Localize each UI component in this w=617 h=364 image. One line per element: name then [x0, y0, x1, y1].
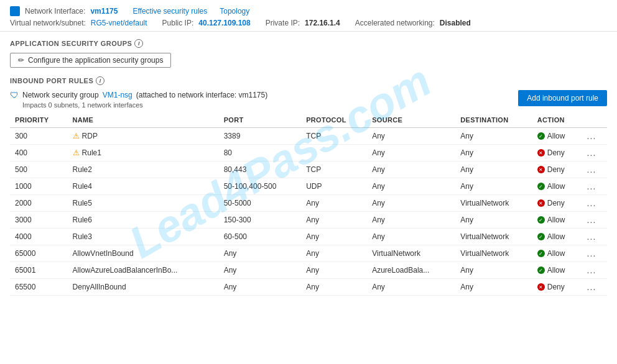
table-row[interactable]: 65000 AllowVnetInBound Any Any VirtualNe… [10, 245, 607, 262]
cell-action: ✕ Deny [532, 162, 582, 178]
network-interface-value: vm1175 [90, 7, 118, 16]
cell-priority: 65500 [10, 279, 68, 296]
cell-name: AllowAzureLoadBalancerInBo... [68, 262, 219, 279]
nsg-prefix: Network security group [22, 91, 99, 99]
cell-more[interactable]: ... [582, 245, 607, 262]
main-content: APPLICATION SECURITY GROUPS i ✏ Configur… [0, 32, 617, 303]
more-options-button[interactable]: ... [587, 181, 596, 191]
effective-security-rules-link[interactable]: Effective security rules [132, 7, 207, 16]
cell-more[interactable]: ... [582, 262, 607, 279]
inbound-info-icon[interactable]: i [96, 76, 104, 85]
allow-icon: ✓ [537, 266, 545, 274]
cell-action: ✕ Deny [532, 279, 582, 296]
cell-port: Any [219, 279, 302, 296]
table-row[interactable]: 65500 DenyAllInBound Any Any Any Any ✕ D… [10, 279, 607, 296]
col-destination: DESTINATION [455, 112, 532, 128]
cell-priority: 4000 [10, 229, 68, 245]
cell-port: 80 [219, 145, 302, 162]
more-options-button[interactable]: ... [587, 282, 596, 292]
cell-action: ✓ Allow [532, 229, 582, 245]
cell-more[interactable]: ... [582, 195, 607, 212]
asg-info-icon[interactable]: i [134, 39, 143, 48]
cell-action: ✕ Deny [532, 145, 582, 162]
action-text: Deny [547, 283, 565, 291]
warning-icon: ⚠ [73, 132, 80, 140]
action-text: Deny [547, 165, 565, 174]
more-options-button[interactable]: ... [587, 198, 596, 208]
more-options-button[interactable]: ... [587, 248, 596, 258]
table-row[interactable]: 500 Rule2 80,443 TCP Any Any ✕ Deny ... [10, 162, 607, 178]
cell-priority: 2000 [10, 195, 68, 212]
nsg-name-link[interactable]: VM1-nsg [103, 91, 132, 99]
table-row[interactable]: 1000 Rule4 50-100,400-500 UDP Any Any ✓ … [10, 178, 607, 195]
cell-port: 3389 [219, 128, 302, 145]
cell-more[interactable]: ... [582, 178, 607, 195]
cell-name: AllowVnetInBound [68, 245, 219, 262]
cell-port: 50-5000 [219, 195, 302, 212]
col-more [582, 112, 607, 128]
allow-icon: ✓ [537, 132, 545, 140]
public-ip-item: Public IP: 40.127.109.108 [162, 19, 251, 27]
action-text: Allow [547, 232, 565, 241]
application-security-groups-section: APPLICATION SECURITY GROUPS i ✏ Configur… [10, 39, 607, 68]
add-inbound-rule-button[interactable]: Add inbound port rule [518, 90, 607, 106]
table-row[interactable]: 300 ⚠RDP 3389 TCP Any Any ✓ Allow ... [10, 128, 607, 145]
more-options-button[interactable]: ... [587, 148, 596, 158]
private-ip-label: Private IP: [266, 19, 300, 27]
cell-protocol: Any [301, 279, 367, 296]
cell-more[interactable]: ... [582, 145, 607, 162]
action-text: Allow [547, 132, 565, 140]
configure-asg-button[interactable]: ✏ Configure the application security gro… [10, 53, 171, 68]
cell-priority: 65000 [10, 245, 68, 262]
pencil-icon: ✏ [18, 56, 24, 65]
nsg-title-row: 🛡 Network security group VM1-nsg (attach… [10, 90, 267, 100]
cell-destination: Any [455, 162, 532, 178]
private-ip-value: 172.16.1.4 [305, 19, 340, 27]
table-row[interactable]: 4000 Rule3 60-500 Any Any VirtualNetwork… [10, 229, 607, 245]
cell-priority: 300 [10, 128, 68, 145]
col-source: SOURCE [367, 112, 455, 128]
nsg-suffix: (attached to network interface: vm1175) [136, 91, 267, 99]
cell-protocol: Any [301, 195, 367, 212]
action-text: Allow [547, 249, 565, 258]
cell-protocol: TCP [301, 162, 367, 178]
table-row[interactable]: 2000 Rule5 50-5000 Any Any VirtualNetwor… [10, 195, 607, 212]
col-name: NAME [68, 112, 219, 128]
more-options-button[interactable]: ... [587, 232, 596, 242]
more-options-button[interactable]: ... [587, 165, 596, 175]
cell-destination: Any [455, 262, 532, 279]
cell-priority: 65001 [10, 262, 68, 279]
cell-more[interactable]: ... [582, 162, 607, 178]
topology-link[interactable]: Topology [220, 7, 249, 16]
cell-port: Any [219, 262, 302, 279]
cell-protocol: Any [301, 229, 367, 245]
deny-icon: ✕ [537, 149, 545, 157]
cell-destination: Any [455, 128, 532, 145]
more-options-button[interactable]: ... [587, 265, 596, 275]
cell-name: Rule3 [68, 229, 219, 245]
more-options-button[interactable]: ... [587, 131, 596, 141]
cell-destination: VirtualNetwork [455, 245, 532, 262]
network-interface-label: Network Interface: [25, 7, 85, 16]
more-options-button[interactable]: ... [587, 215, 596, 225]
cell-more[interactable]: ... [582, 279, 607, 296]
cell-action: ✓ Allow [532, 245, 582, 262]
cell-name: ⚠RDP [68, 128, 219, 145]
cell-action: ✓ Allow [532, 178, 582, 195]
cell-port: 60-500 [219, 229, 302, 245]
deny-icon: ✕ [537, 199, 545, 207]
table-row[interactable]: 65001 AllowAzureLoadBalancerInBo... Any … [10, 262, 607, 279]
virtual-network-value[interactable]: RG5-vnet/default [91, 19, 147, 27]
asg-section-title: APPLICATION SECURITY GROUPS i [10, 39, 607, 48]
cell-action: ✓ Allow [532, 212, 582, 229]
cell-action: ✓ Allow [532, 262, 582, 279]
cell-name: ⚠Rule1 [68, 145, 219, 162]
cell-more[interactable]: ... [582, 229, 607, 245]
table-row[interactable]: 3000 Rule6 150-300 Any Any Any ✓ Allow .… [10, 212, 607, 229]
cell-more[interactable]: ... [582, 212, 607, 229]
cell-destination: VirtualNetwork [455, 195, 532, 212]
cell-port: 80,443 [219, 162, 302, 178]
cell-source: Any [367, 229, 455, 245]
cell-more[interactable]: ... [582, 128, 607, 145]
table-row[interactable]: 400 ⚠Rule1 80 Any Any ✕ Deny ... [10, 145, 607, 162]
